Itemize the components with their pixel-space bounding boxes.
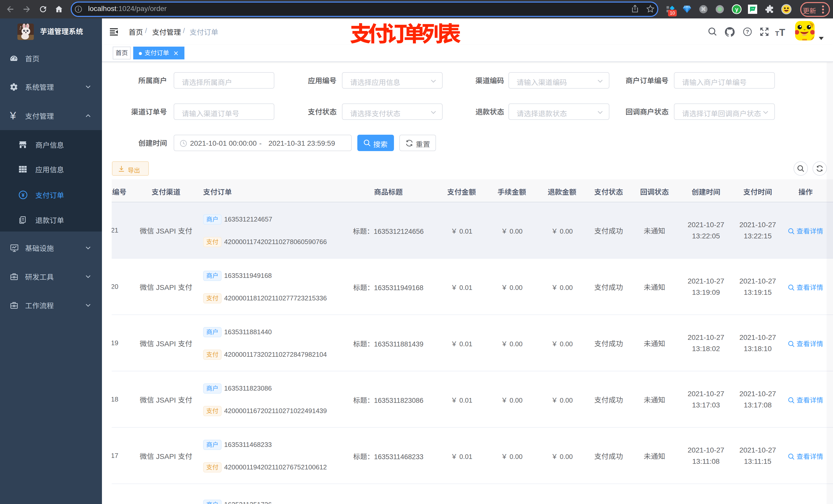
svg-text:⌘: ⌘ [701, 6, 706, 12]
svg-text:y: y [735, 6, 738, 13]
svg-text:?: ? [746, 29, 749, 34]
svg-text:¥: ¥ [22, 192, 25, 198]
